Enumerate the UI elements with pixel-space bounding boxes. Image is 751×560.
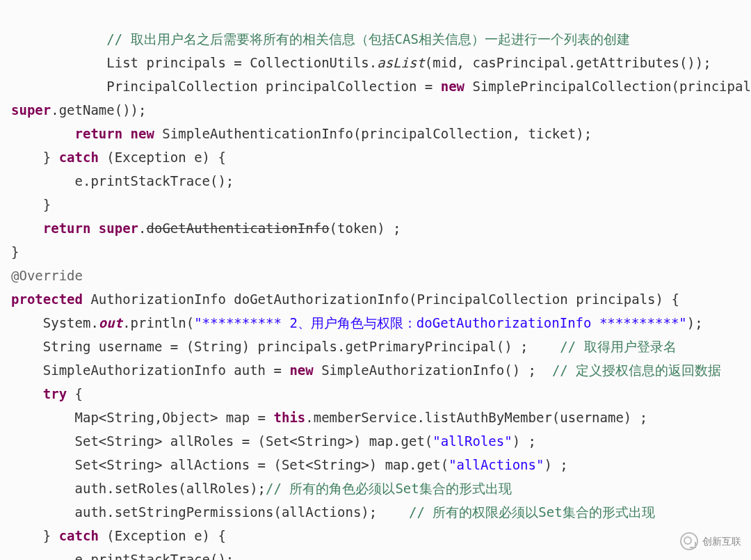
- code-line: System.out.println("********** 2、用户角色与权限…: [11, 315, 703, 330]
- watermark: 创新互联: [680, 529, 741, 553]
- code-line: auth.setStringPermissions(allActions); /…: [11, 504, 655, 520]
- code-line: return super.doGetAuthenticationInfo(tok…: [11, 221, 401, 236]
- code-line: Set<String> allActions = (Set<String>) m…: [11, 457, 568, 472]
- code-line: e.printStackTrace();: [11, 552, 234, 560]
- code-line: SimpleAuthorizationInfo auth = new Simpl…: [11, 362, 721, 378]
- code-line: super.getName());: [11, 102, 146, 118]
- code-line: Map<String,Object> map = this.memberServ…: [11, 410, 647, 425]
- watermark-text: 创新互联: [702, 529, 741, 553]
- code-line: List principals = CollectionUtils.asList…: [11, 55, 711, 70]
- code-line: Set<String> allRoles = (Set<String>) map…: [11, 433, 536, 449]
- code-line: }: [11, 244, 19, 259]
- code-line: }: [11, 197, 51, 212]
- code-line: PrincipalCollection principalCollection …: [11, 79, 751, 94]
- code-line: } catch (Exception e) {: [11, 528, 226, 543]
- code-block: // 取出用户名之后需要将所有的相关信息（包括CAS相关信息）一起进行一个列表的…: [11, 3, 751, 560]
- code-line: } catch (Exception e) {: [11, 150, 226, 165]
- code-line: return new SimpleAuthenticationInfo(prin…: [11, 126, 592, 141]
- code-line: try {: [11, 386, 83, 401]
- code-line: e.printStackTrace();: [11, 173, 234, 189]
- code-line: String username = (String) principals.ge…: [11, 339, 677, 354]
- code-line: auth.setRoles(allRoles);// 所有的角色必须以Set集合…: [11, 481, 512, 496]
- code-line: // 取出用户名之后需要将所有的相关信息（包括CAS相关信息）一起进行一个列表的…: [11, 31, 630, 47]
- watermark-logo-icon: [680, 532, 698, 550]
- code-line: @Override: [11, 268, 83, 283]
- code-line: protected AuthorizationInfo doGetAuthori…: [11, 291, 679, 307]
- code-screenshot: // 取出用户名之后需要将所有的相关信息（包括CAS相关信息）一起进行一个列表的…: [0, 0, 751, 560]
